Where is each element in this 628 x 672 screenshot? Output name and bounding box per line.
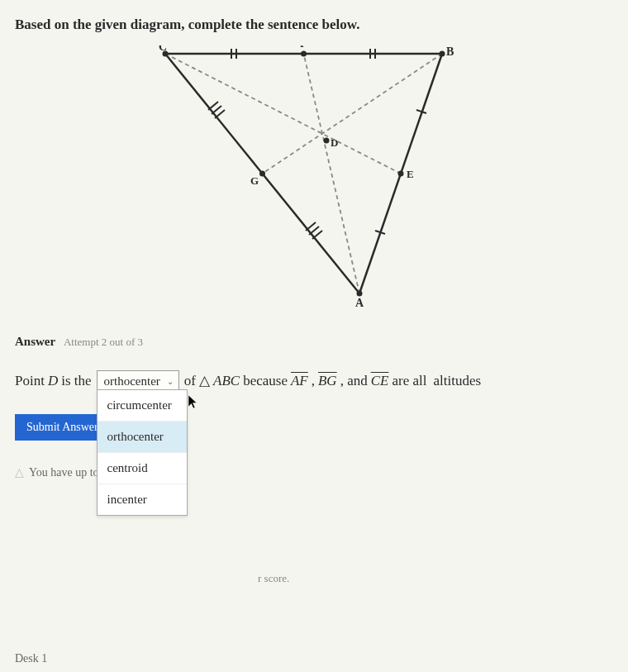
question-text: Based on the given diagram, complete the… [15, 17, 613, 33]
text-is-the: is the [61, 373, 91, 389]
svg-point-20 [357, 291, 363, 297]
svg-line-4 [263, 54, 443, 174]
text-because: because [243, 373, 288, 389]
segment-af: AF [291, 373, 308, 389]
svg-text:A: A [355, 297, 364, 309]
text-of: of [184, 373, 196, 389]
segment-ce: CE [371, 373, 389, 389]
text-and: , and [340, 373, 368, 389]
svg-text:C: C [159, 45, 167, 53]
score-fragment: r score. [258, 572, 289, 585]
svg-line-13 [306, 222, 316, 231]
triangle-outline-icon: △ [15, 465, 24, 479]
dropdown-wrap: orthocenter ⌄ circumcenter orthocenter c… [97, 373, 179, 389]
triangle-diagram: C B A F G E D [15, 45, 613, 310]
svg-text:B: B [446, 45, 454, 58]
cursor-icon [188, 394, 201, 411]
comma1: , [312, 373, 315, 389]
dropdown-list: circumcenter orthocenter centroid incent… [97, 389, 188, 516]
dropdown-option-orthocenter[interactable]: orthocenter [98, 422, 187, 453]
bottom-label: Desk 1 [15, 652, 47, 665]
last-word-slot[interactable]: altitudes [433, 373, 481, 389]
answer-label-bold: Answer [15, 335, 55, 348]
chevron-down-icon: ⌄ [167, 376, 174, 385]
dropdown-selected-value: orthocenter [104, 374, 160, 388]
svg-line-15 [312, 231, 322, 239]
svg-text:D: D [331, 136, 338, 149]
svg-text:G: G [250, 174, 259, 187]
svg-line-14 [309, 226, 319, 235]
svg-text:F: F [300, 45, 307, 50]
answer-header: Answer Attempt 2 out of 3 [15, 335, 613, 349]
segment-bg: BG [318, 373, 337, 389]
svg-point-21 [301, 51, 307, 57]
svg-line-10 [208, 102, 218, 110]
submit-answer-button[interactable]: Submit Answer [15, 414, 110, 441]
svg-point-23 [398, 171, 404, 177]
triangle-symbol: △ [199, 372, 210, 389]
sentence-row: Point D is the orthocenter ⌄ circumcente… [15, 372, 613, 389]
svg-line-11 [212, 106, 221, 114]
triangle-name: ABC [213, 373, 240, 389]
svg-point-19 [440, 51, 445, 57]
text-are-all: are all [392, 373, 426, 389]
attempt-counter: Attempt 2 out of 3 [64, 336, 143, 348]
svg-line-12 [215, 110, 225, 118]
dropdown-option-circumcenter[interactable]: circumcenter [98, 390, 187, 422]
svg-text:E: E [407, 168, 414, 180]
dropdown-option-centroid[interactable]: centroid [98, 453, 187, 484]
svg-line-5 [165, 54, 401, 174]
dropdown-option-incenter[interactable]: incenter [98, 484, 187, 515]
text-prefix: Point [15, 373, 45, 389]
svg-point-22 [259, 171, 265, 177]
point-name: D [48, 373, 58, 389]
svg-point-24 [324, 138, 330, 144]
